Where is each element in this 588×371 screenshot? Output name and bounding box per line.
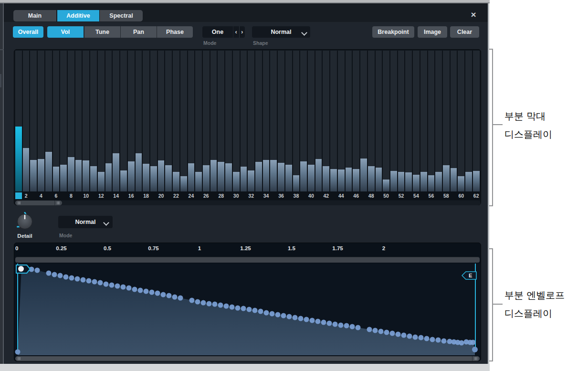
partial-bar[interactable] [45,152,52,191]
partial-bar[interactable] [128,161,135,191]
envelope-point[interactable] [138,288,143,293]
partial-bar[interactable] [30,160,37,191]
partial-bar-slot[interactable] [420,51,427,191]
envelope-point[interactable] [390,331,395,336]
partial-bar[interactable] [188,163,195,191]
partial-bar[interactable] [353,169,359,191]
partial-bar[interactable] [38,159,44,191]
envelope-mode-dropdown[interactable]: Normal [58,216,113,228]
envelope-point[interactable] [321,320,326,325]
partial-bar[interactable] [315,159,322,191]
partial-bar[interactable] [158,160,165,191]
partial-bar-slot[interactable] [90,51,97,191]
stepper-next-icon[interactable]: › [240,26,245,38]
partial-bar-slot[interactable] [188,51,195,191]
envelope-point[interactable] [207,301,212,307]
time-ruler[interactable]: 00.250.50.7511.251.51.752 [14,243,481,256]
partial-bar-slot[interactable] [15,51,22,191]
partial-bar-slot[interactable] [83,51,89,191]
partial-bar-slot[interactable] [203,51,210,191]
partial-bars[interactable] [15,51,480,191]
partial-bar[interactable] [323,166,329,191]
envelope-point[interactable] [281,313,286,318]
partial-bar-selected[interactable] [15,127,22,191]
partial-bar-slot[interactable] [105,51,112,191]
envelope-point[interactable] [350,324,355,329]
partial-bar[interactable] [458,176,464,191]
partial-bar[interactable] [60,165,67,191]
partial-bar-slot[interactable] [368,51,375,191]
envelope-point[interactable] [384,330,389,335]
shape-dropdown[interactable]: Normal [252,26,310,38]
envelope-point[interactable] [149,290,155,295]
envelope-point[interactable] [315,319,321,324]
envelope-point[interactable] [230,305,235,310]
partial-bar-slot[interactable] [458,51,464,191]
tab-spectral[interactable]: Spectral [99,10,143,21]
envelope-point[interactable] [333,322,338,327]
partial-bar-slot[interactable] [120,51,127,191]
envelope-start-bottom-point[interactable] [15,350,21,355]
envelope-point[interactable] [270,311,275,317]
envelope-point[interactable] [327,321,332,326]
partial-bar-slot[interactable] [75,51,82,191]
envelope-point[interactable] [121,285,126,290]
partial-bar[interactable] [435,172,442,191]
partial-bar-display[interactable]: H1 -20.29dB 2468101214161820222426283032… [14,49,481,205]
envelope-point[interactable] [275,312,281,318]
envelope-point[interactable] [167,293,172,298]
bar-display-scrollbar-handle[interactable] [15,201,62,205]
partial-bar[interactable] [90,166,97,191]
envelope-point[interactable] [252,308,258,313]
partial-bar-slot[interactable] [136,51,142,191]
envelope-point[interactable] [58,273,63,278]
partial-bar[interactable] [105,163,112,191]
partial-bar-slot[interactable] [413,51,420,191]
partial-bar-slot[interactable] [293,51,300,191]
partial-bar[interactable] [241,167,247,191]
envelope-point[interactable] [212,302,218,307]
detail-knob[interactable] [15,212,35,232]
envelope-point[interactable] [218,303,223,308]
partial-bar[interactable] [218,162,224,191]
envelope-point[interactable] [81,277,86,283]
partial-bar[interactable] [368,166,375,191]
partial-bar-slot[interactable] [128,51,135,191]
partial-bar-slot[interactable] [435,51,442,191]
partial-bar[interactable] [285,165,292,191]
partial-bar[interactable] [300,161,307,191]
partial-bar-slot[interactable] [383,51,389,191]
partial-bar-slot[interactable] [225,51,232,191]
start-marker-handle[interactable] [18,266,24,272]
segment-vol[interactable]: Vol [47,26,84,38]
partial-bar-slot[interactable] [241,51,247,191]
partial-bar[interactable] [443,165,450,191]
selected-partial-indicator[interactable] [15,192,22,199]
partial-bar[interactable] [68,157,74,191]
partial-bar-slot[interactable] [150,51,157,191]
partial-bar-slot[interactable] [53,51,60,191]
envelope-point[interactable] [195,299,200,305]
envelope-point[interactable] [161,292,166,297]
partial-bar-slot[interactable] [113,51,119,191]
envelope-point[interactable] [104,282,109,287]
envelope-point[interactable] [401,333,407,338]
envelope-point[interactable] [396,332,401,337]
partial-bar-slot[interactable] [45,51,52,191]
partial-bar-slot[interactable] [233,51,240,191]
envelope-point[interactable] [378,329,384,334]
envelope-point[interactable] [419,335,424,340]
partial-bar-slot[interactable] [405,51,412,191]
partial-bar[interactable] [75,160,82,191]
partial-bar[interactable] [83,160,89,191]
partial-bar-slot[interactable] [376,51,382,191]
partial-bar[interactable] [113,153,119,191]
partial-bar-slot[interactable] [165,51,172,191]
envelope-point[interactable] [98,280,103,286]
partial-bar[interactable] [338,170,345,191]
partial-bar[interactable] [195,172,202,191]
envelope-point[interactable] [287,314,292,319]
envelope-point[interactable] [247,307,252,312]
partial-bar[interactable] [278,163,284,191]
partial-bar[interactable] [420,172,427,191]
